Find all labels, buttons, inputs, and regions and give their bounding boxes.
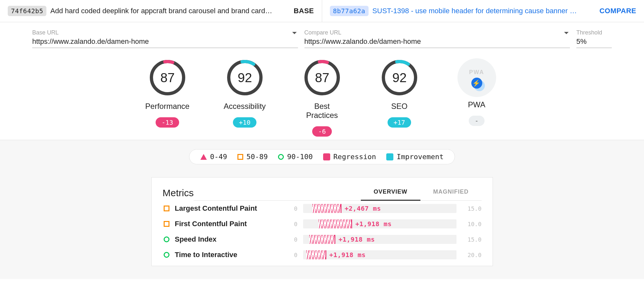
compare-commit-title: SUST-1398 - use mobile header for determ… [372,7,596,15]
legend-regression: Regression [323,153,376,161]
legend-section: 0-49 50-89 90-100 Regression Improvement… [0,140,644,279]
score-gauge[interactable]: 92 Accessibility +10 [221,58,269,137]
score-gauge[interactable]: 87 Performance -13 [143,58,192,137]
improvement-swatch-icon [386,153,393,160]
svg-text:87: 87 [315,71,329,85]
legend-pill: 0-49 50-89 90-100 Regression Improvement [189,149,455,164]
gauge-name: PWA [453,100,501,109]
gauge-delta: +10 [233,117,256,128]
svg-text:87: 87 [160,71,175,85]
compare-url-value: https://www.zalando.de/damen-home [304,36,570,48]
params-row: Base URL https://www.zalando.de/damen-ho… [0,22,644,48]
legend-0-49: 0-49 [200,153,227,161]
metric-axis-max: 10.0 [462,221,482,227]
metric-axis-max: 20.0 [462,252,482,258]
score-gauge[interactable]: 92 SEO +17 [375,58,424,137]
comparison-header: 74f642b5 Add hard coded deeplink for app… [0,0,644,22]
pwa-gauge[interactable]: PWA ⚡ PWA - [453,58,501,137]
metric-delta: +1,918 ms [355,220,392,228]
legend-90-100: 90-100 [278,153,312,161]
gauge-name: Best Practices [298,102,346,120]
base-commit[interactable]: 74f642b5 Add hard coded deeplink for app… [0,0,322,22]
tab-magnified[interactable]: MAGNIFIED [420,185,482,200]
metric-name: Time to Interactive [175,251,294,259]
svg-text:92: 92 [392,71,407,85]
metric-row[interactable]: Speed Index 0 +1,918 ms 15.0 [163,232,482,247]
metric-delta: +1,918 ms [339,236,375,243]
metric-axis-min: 0 [294,205,298,212]
threshold-label: Threshold [576,29,612,36]
base-url-label: Base URL [32,29,298,36]
metric-bar: +1,918 ms [303,219,456,228]
metric-axis-max: 15.0 [462,236,482,243]
base-tag: BASE [293,7,314,15]
circle-icon [278,154,284,160]
base-url-value: https://www.zalando.de/damen-home [32,36,298,48]
metrics-tabs: OVERVIEW MAGNIFIED [194,185,481,201]
metric-axis-min: 0 [294,252,298,258]
base-commit-title: Add hard coded deeplink for appcraft bra… [50,7,290,15]
gauge-delta: +17 [388,117,411,128]
metric-row[interactable]: Time to Interactive 0 +1,918 ms 20.0 [163,247,482,263]
chevron-down-icon [292,32,297,34]
svg-text:92: 92 [237,71,252,85]
pwa-icon: PWA ⚡ [457,58,496,97]
legend-50-89: 50-89 [237,153,268,161]
metric-delta: +2,467 ms [345,205,381,212]
metric-status-icon [163,221,170,227]
compare-url-select[interactable]: Compare URL https://www.zalando.de/damen… [304,29,570,48]
threshold-input[interactable]: Threshold 5% [576,29,612,48]
compare-commit[interactable]: 8b77a62a SUST-1398 - use mobile header f… [322,0,644,22]
metrics-card: Metrics OVERVIEW MAGNIFIED Largest Conte… [151,177,493,266]
metrics-title: Metrics [163,187,194,198]
legend-improvement: Improvement [386,153,444,161]
metric-delta: +1,918 ms [329,251,366,259]
metric-status-icon [163,252,170,258]
metric-name: Speed Index [175,235,294,244]
gauge-name: Performance [143,102,192,111]
gauge-delta: - [469,116,484,126]
metric-status-icon [163,236,170,242]
score-gauges: 87 Performance -13 92 Accessibility +10 … [0,48,644,140]
gauge-delta: -6 [312,126,332,137]
square-icon [237,154,243,160]
metric-row[interactable]: First Contentful Paint 0 +1,918 ms 10.0 [163,216,482,232]
chevron-down-icon [564,32,569,34]
gauge-delta: -13 [156,117,179,128]
metric-axis-max: 15.0 [462,205,482,212]
compare-url-label: Compare URL [304,29,570,36]
metric-axis-min: 0 [294,221,298,227]
metric-row[interactable]: Largest Contentful Paint 0 +2,467 ms 15.… [163,201,482,216]
metric-bar: +2,467 ms [303,204,456,213]
compare-commit-hash: 8b77a62a [330,6,369,16]
tab-overview[interactable]: OVERVIEW [361,185,420,201]
metric-axis-min: 0 [294,236,298,243]
lightning-icon: ⚡ [471,78,482,89]
score-gauge[interactable]: 87 Best Practices -6 [298,58,346,137]
triangle-icon [200,154,207,160]
metric-name: Largest Contentful Paint [175,204,294,213]
metric-bar: +1,918 ms [303,250,456,259]
metric-name: First Contentful Paint [175,220,294,228]
base-commit-hash: 74f642b5 [8,6,46,16]
regression-swatch-icon [323,153,330,160]
gauge-name: Accessibility [221,102,269,111]
metric-bar: +1,918 ms [303,235,456,244]
base-url-select[interactable]: Base URL https://www.zalando.de/damen-ho… [32,29,298,48]
metric-status-icon [163,206,170,211]
gauge-name: SEO [375,102,424,111]
compare-tag: COMPARE [600,7,636,15]
threshold-value: 5% [576,36,612,48]
